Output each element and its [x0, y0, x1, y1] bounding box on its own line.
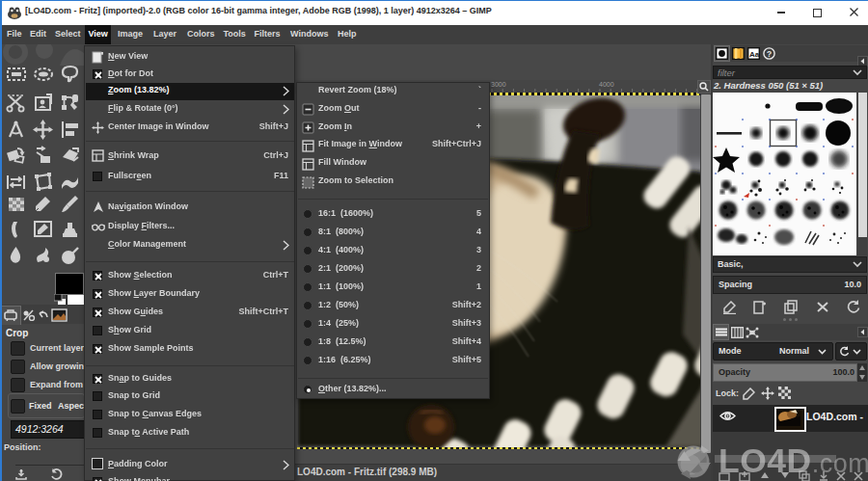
- svg-text:Aa: Aa: [749, 50, 760, 59]
- svg-text:?: ?: [767, 49, 772, 59]
